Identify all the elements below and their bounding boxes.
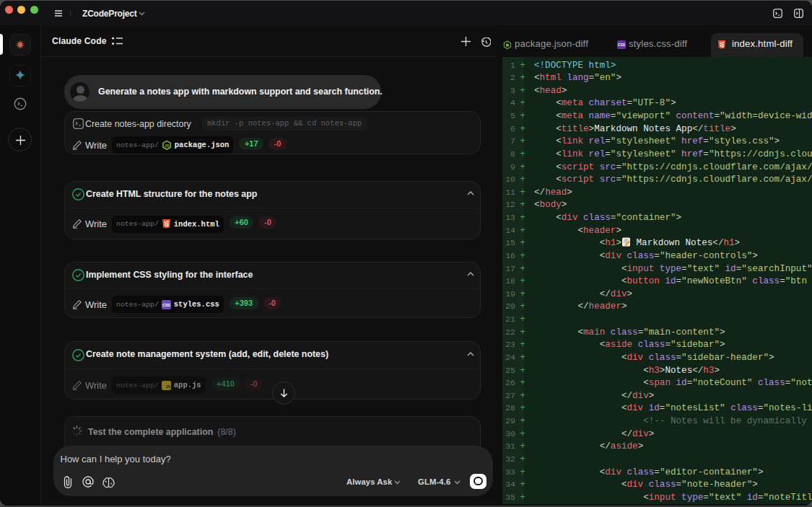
svg-text:CSS: CSS — [162, 302, 170, 307]
svg-text:CSS: CSS — [618, 43, 625, 47]
svg-text:JS: JS — [166, 384, 171, 389]
svg-text:JS: JS — [165, 143, 170, 147]
